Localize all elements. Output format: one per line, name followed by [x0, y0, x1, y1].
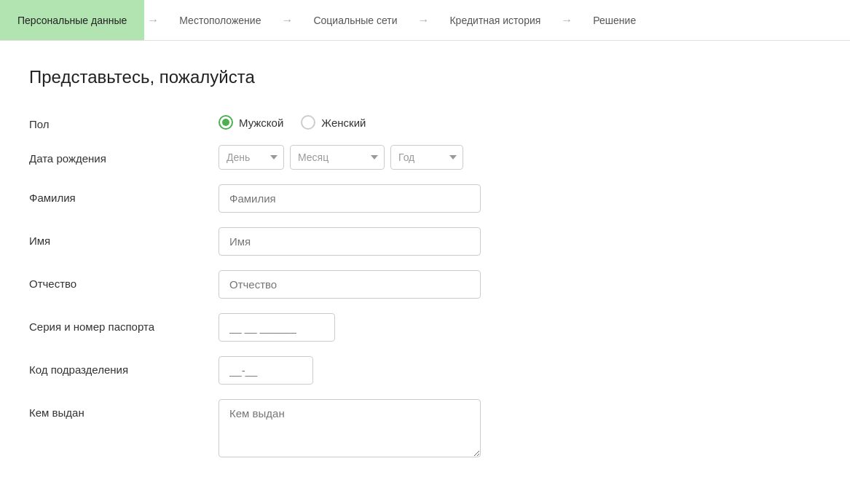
- patronymic-row: Отчество: [29, 270, 626, 299]
- issued-row: Кем выдан: [29, 399, 626, 460]
- name-label: Имя: [29, 227, 219, 247]
- patronymic-label: Отчество: [29, 270, 219, 290]
- wizard-step-personal[interactable]: Персональные данные: [0, 0, 144, 40]
- wizard-step-location[interactable]: Местоположение: [162, 0, 278, 40]
- passport-control: [219, 313, 626, 342]
- date-group: День Месяц Год: [219, 145, 626, 170]
- surname-row: Фамилия: [29, 184, 626, 213]
- division-control: [219, 356, 626, 385]
- patronymic-input[interactable]: [219, 270, 481, 299]
- name-input[interactable]: [219, 227, 481, 256]
- gender-male-option[interactable]: Мужской: [219, 115, 283, 130]
- passport-label: Серия и номер паспорта: [29, 313, 219, 333]
- arrow-2: →: [278, 14, 296, 27]
- dob-month-select[interactable]: Месяц: [290, 145, 385, 170]
- gender-label: Пол: [29, 111, 219, 130]
- dob-day-select[interactable]: День: [219, 145, 284, 170]
- surname-label: Фамилия: [29, 184, 219, 204]
- name-row: Имя: [29, 227, 626, 256]
- wizard-step-decision-label: Решение: [593, 15, 636, 26]
- gender-female-radio[interactable]: [301, 115, 315, 130]
- page-title: Представьтесь, пожалуйста: [29, 67, 626, 87]
- gender-male-label: Мужской: [239, 117, 283, 129]
- gender-controls: Мужской Женский: [219, 111, 626, 130]
- arrow-3: →: [414, 14, 432, 27]
- wizard-header: Персональные данные → Местоположение → С…: [0, 0, 850, 41]
- wizard-step-credit-label: Кредитная история: [449, 15, 540, 26]
- gender-row: Пол Мужской Женский: [29, 111, 626, 130]
- dob-controls: День Месяц Год: [219, 145, 626, 170]
- wizard-step-decision[interactable]: Решение: [575, 0, 653, 40]
- gender-female-option[interactable]: Женский: [301, 115, 366, 130]
- gender-male-radio[interactable]: [219, 115, 233, 130]
- passport-row: Серия и номер паспорта: [29, 313, 626, 342]
- name-control: [219, 227, 626, 256]
- dob-year-select[interactable]: Год: [390, 145, 463, 170]
- arrow-4: →: [558, 14, 575, 27]
- dob-label: Дата рождения: [29, 145, 219, 165]
- passport-input[interactable]: [219, 313, 335, 342]
- division-row: Код подразделения: [29, 356, 626, 385]
- wizard-step-social[interactable]: Социальные сети: [296, 0, 414, 40]
- wizard-step-credit[interactable]: Кредитная история: [432, 0, 558, 40]
- dob-row: Дата рождения День Месяц Год: [29, 145, 626, 170]
- issued-textarea[interactable]: [219, 399, 481, 457]
- surname-control: [219, 184, 626, 213]
- issued-control: [219, 399, 626, 460]
- issued-label: Кем выдан: [29, 399, 219, 419]
- wizard-step-social-label: Социальные сети: [313, 15, 397, 26]
- arrow-1: →: [144, 14, 162, 27]
- wizard-step-personal-label: Персональные данные: [17, 15, 127, 26]
- gender-radio-group: Мужской Женский: [219, 111, 626, 130]
- gender-female-label: Женский: [321, 117, 366, 129]
- patronymic-control: [219, 270, 626, 299]
- wizard-step-location-label: Местоположение: [179, 15, 261, 26]
- surname-input[interactable]: [219, 184, 481, 213]
- division-label: Код подразделения: [29, 356, 219, 376]
- main-content: Представьтесь, пожалуйста Пол Мужской Же…: [0, 41, 656, 500]
- division-input[interactable]: [219, 356, 313, 385]
